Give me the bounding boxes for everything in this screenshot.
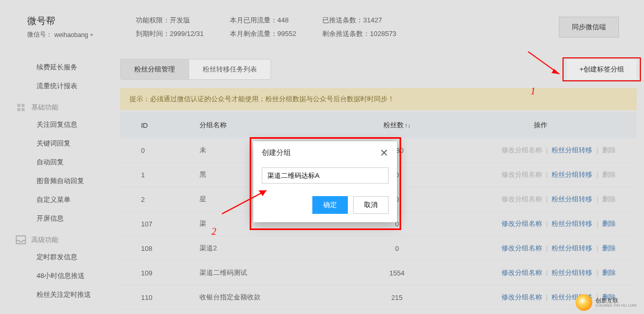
modal-ok-button[interactable]: 确定 (312, 196, 348, 214)
watermark-logo: 创新互联 CHUANG XIN HU LIAN (576, 294, 637, 311)
annotation-number-1: 1 (531, 86, 535, 97)
modal-cancel-button[interactable]: 取消 (353, 196, 389, 214)
create-group-modal: 创建分组 ✕ 确定 取消 (253, 141, 397, 222)
close-icon[interactable]: ✕ (380, 148, 389, 158)
logo-icon (576, 294, 592, 311)
group-name-input[interactable] (262, 167, 389, 184)
annotation-number-2: 2 (212, 226, 216, 237)
modal-title: 创建分组 (262, 148, 291, 158)
